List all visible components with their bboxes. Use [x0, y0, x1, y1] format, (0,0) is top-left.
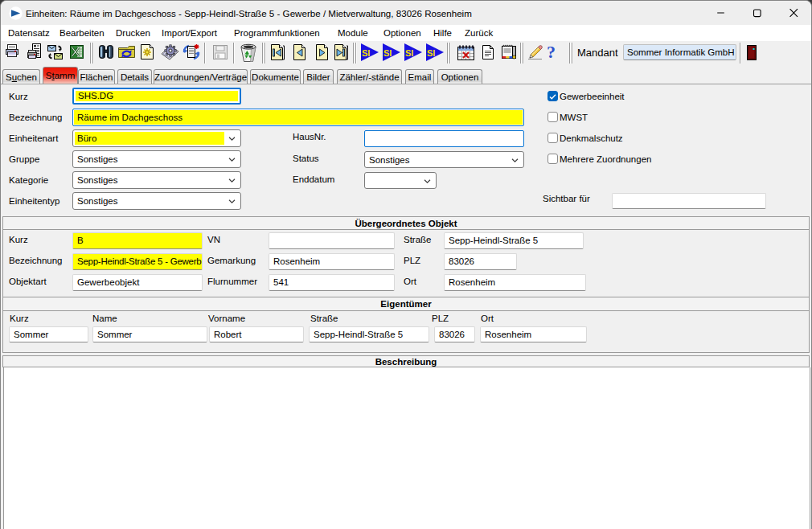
svg-text:SI: SI	[405, 48, 413, 58]
svg-text:SI: SI	[362, 48, 370, 58]
svg-text:?: ?	[547, 43, 556, 61]
svg-text:SI: SI	[427, 48, 435, 58]
svg-text:SI: SI	[383, 48, 392, 58]
